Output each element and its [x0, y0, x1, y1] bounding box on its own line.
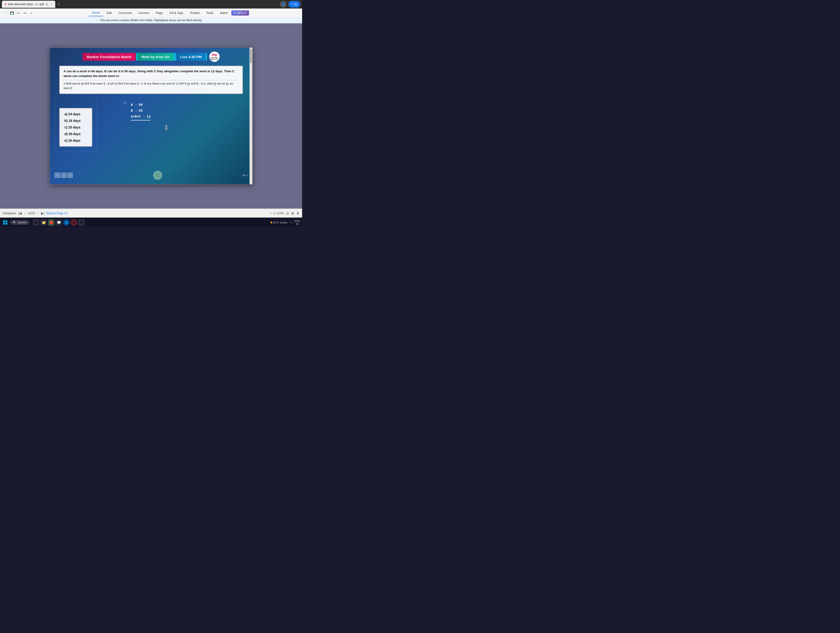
file-icon[interactable]: 📄 — [2, 10, 8, 16]
status-bar: Navigation |◀ ‹ 14/23 › ▶| Back to Page … — [0, 209, 302, 218]
slide-prev-btn[interactable]: ‹ — [62, 172, 66, 178]
menu-tools[interactable]: Tools — [203, 9, 217, 16]
zoom-out-button[interactable]: − — [270, 211, 272, 215]
fit-page-icon[interactable]: ⊞ — [291, 211, 294, 215]
pw-logo-text: PW — [212, 53, 217, 57]
slide-right-icons: ⊞ ≡ — [243, 174, 248, 177]
page-indicator: 14/23 — [28, 212, 35, 215]
slide-next-btn[interactable]: › — [68, 172, 73, 178]
start-button[interactable] — [2, 219, 8, 226]
tab-close-button[interactable]: × — [51, 3, 52, 6]
pw-logo-subtitle: BANKINGWALLAH — [210, 57, 218, 60]
info-message: This document contains fillable form fie… — [100, 19, 202, 22]
slide-bottom-controls: + ‹ › ⊞ ≡ — [50, 171, 252, 179]
search-icon: 🔍 — [13, 221, 16, 224]
option-d-label: d) — [65, 132, 68, 136]
menu-convert[interactable]: Convert — [135, 9, 153, 16]
taskbar-app-5[interactable]: 🌐 — [63, 219, 69, 226]
undo-icon[interactable]: ↩ — [16, 10, 21, 16]
download-icon[interactable]: ⬇ — [297, 211, 299, 215]
work-underline: A+B+C → 12 — [131, 114, 151, 120]
taskbar-search[interactable]: 🔍 Search — [10, 220, 30, 225]
slide-header: Banker Foundation Batch Math by Arun Sir… — [83, 52, 220, 62]
navigation-label: Navigation — [3, 212, 16, 215]
taskbar-apps: 🖥 📁 🔴 💬 🌐 ● W — [33, 219, 85, 226]
search-label: Search — [18, 221, 27, 224]
taskbar-app-4[interactable]: 💬 — [55, 219, 62, 226]
toolbar-tools: 📄 💾 ↩ ↪ ✓ — [2, 10, 35, 16]
svg-rect-3 — [5, 223, 7, 225]
save-icon[interactable]: 💾 — [9, 10, 15, 16]
user-avatar[interactable]: 👤 — [280, 1, 287, 8]
first-page-button[interactable]: |◀ — [18, 211, 23, 215]
upgrade-label: + Up — [291, 3, 297, 6]
prev-page-button[interactable]: ‹ — [24, 211, 27, 215]
view-mode-icon[interactable]: ⊡ — [286, 211, 289, 215]
pw-logo: PW BANKINGWALLAH — [209, 52, 219, 62]
active-tab[interactable]: P time and work class . 1—pdf 🔍 × — [2, 1, 55, 8]
option-a-value: 24 days — [68, 112, 80, 116]
wps-ai-label: WPS AI — [237, 11, 246, 15]
svg-rect-1 — [5, 220, 7, 222]
menu-batch[interactable]: Batch — [217, 9, 231, 16]
slide-zoom-btn[interactable]: + — [55, 172, 60, 178]
menu-comment[interactable]: Comment — [115, 9, 135, 16]
pdf-slide: Banker Foundation Batch Math by Arun Sir… — [50, 47, 253, 185]
menu-page[interactable]: Page — [153, 9, 166, 16]
option-d-value: 30 days — [68, 132, 81, 136]
menu-edit[interactable]: Edit — [103, 9, 115, 16]
work-line-abc: A+B+C → 12 — [131, 114, 243, 120]
slide-nav-buttons: + ‹ › — [55, 172, 73, 178]
system-tray-icons: ^ ○ — [289, 221, 293, 224]
taskbar-app-1[interactable]: 🖥 — [33, 219, 39, 226]
arrow-overlay: ⬇ — [163, 123, 169, 132]
status-right-controls: − + 110% ⊡ ⊞ ⬇ — [270, 211, 299, 215]
option-a-label: a) — [65, 112, 68, 116]
cursor-hand-icon: ☞ — [123, 100, 128, 106]
option-b-label: b) — [65, 119, 68, 123]
menu-bar: 📄 💾 ↩ ↪ ✓ Home Edit Comment Convert Page… — [0, 8, 302, 17]
scrollbar-thumb[interactable] — [250, 49, 252, 63]
zoom-in-button[interactable]: + — [273, 211, 275, 215]
next-page-button[interactable]: › — [36, 211, 39, 215]
wps-ai-icon: ✦ — [234, 11, 236, 15]
new-tab-button[interactable]: + — [56, 2, 62, 7]
menu-protect[interactable]: Protect — [187, 9, 203, 16]
weather-icon — [270, 222, 272, 223]
options-box: a) 24 days b) 18 days c) 25 days d) 30 d… — [59, 108, 92, 147]
option-c: c) 25 days — [65, 124, 87, 131]
work-line-a: A → 66 — [131, 102, 243, 108]
question-box: A can do a work in 66 days. B can do it … — [59, 66, 243, 94]
taskbar: 🔍 Search 🖥 📁 🔴 💬 🌐 ● W 25°C Sunny ^ ○ EN… — [0, 218, 302, 227]
wps-ai-button[interactable]: ✦ WPS AI — [231, 10, 249, 16]
taskbar-app-7[interactable]: W — [78, 219, 85, 226]
search-icon: 🔍 — [45, 3, 48, 6]
menu-fill-sign[interactable]: Fill & Sign — [166, 9, 187, 16]
slide-play-circle[interactable] — [153, 171, 162, 179]
chrome-right-controls: 👤 + Up — [280, 1, 300, 8]
check-icon[interactable]: ✓ — [29, 10, 35, 16]
weather-condition: Sunny — [280, 221, 287, 224]
menu-home[interactable]: Home — [88, 9, 103, 16]
language-indicator: ENG IN — [295, 220, 300, 225]
work-line-b: B → 55 — [131, 108, 243, 114]
nav-controls: Navigation |◀ ‹ 14/23 › ▶| Back to Page … — [3, 211, 67, 215]
back-to-page[interactable]: Back to Page 23 — [46, 212, 67, 215]
tab-title: time and work class . 1—pdf — [8, 3, 44, 6]
option-d: d) 30 days — [65, 131, 87, 137]
taskbar-app-6[interactable]: ● — [71, 219, 77, 226]
redo-icon[interactable]: ↪ — [22, 10, 28, 16]
taskbar-app-2[interactable]: 📁 — [40, 219, 47, 226]
option-e-label: e) — [65, 139, 68, 142]
time-badge: Live 4:30 PM — [175, 53, 207, 61]
work-area: A → 66 B → 55 A+B+C → 12 — [131, 102, 243, 120]
last-page-button[interactable]: ▶| — [40, 211, 45, 215]
taskbar-app-3[interactable]: 🔴 — [48, 219, 55, 226]
upgrade-button[interactable]: + Up — [289, 1, 300, 8]
svg-rect-2 — [3, 223, 5, 225]
scrollbar[interactable] — [249, 48, 252, 184]
option-e-value: 20 days — [68, 139, 80, 142]
svg-rect-0 — [3, 220, 5, 222]
question-en-text: A can do a work in 66 days. B can do it … — [63, 70, 234, 78]
option-c-label: c) — [65, 125, 68, 129]
